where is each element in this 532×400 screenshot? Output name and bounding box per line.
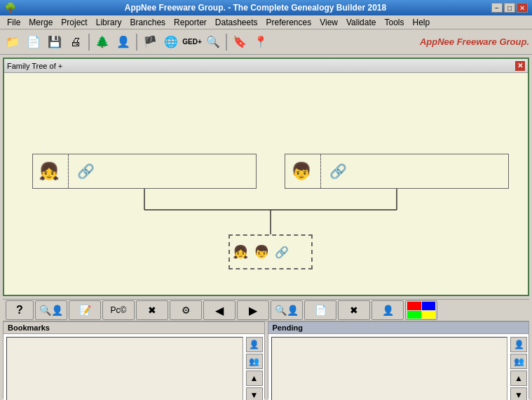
back-button[interactable]: ◀ (203, 300, 236, 320)
bookmarks-list (6, 337, 243, 400)
menu-project[interactable]: Project (57, 16, 91, 29)
search-person-button[interactable]: 🔍👤 (35, 300, 67, 320)
pending-buttons: 👤 👥 ▲ ▼ ✕ (509, 334, 528, 400)
app-icon: 🌳 (4, 2, 15, 13)
menu-reporter[interactable]: Reporter (170, 16, 211, 29)
menu-preferences[interactable]: Preferences (262, 16, 316, 29)
title-bar: 🌳 AppNee Freeware Group. - The Complete … (0, 0, 532, 15)
toolbar: 📁 📄 💾 🖨 🌲 👤 🏴 🌐 GED+ 🔍 🔖 📍 AppNee Freewa… (0, 29, 532, 55)
toolbar-ged-icon[interactable]: GED+ (182, 32, 202, 52)
close-button[interactable]: ✕ (517, 3, 528, 13)
toolbar-save-icon[interactable]: 💾 (45, 32, 64, 52)
window-title: AppNee Freeware Group. - The Complete Ge… (20, 3, 491, 13)
pending-header: Pending (268, 322, 529, 334)
menu-branches[interactable]: Branches (125, 16, 170, 29)
right-link-icon[interactable]: 🔗 (324, 160, 353, 182)
person-button[interactable]: 👤 (371, 300, 404, 320)
bookmark-add-person-btn[interactable]: 👤 (246, 337, 263, 352)
toolbar-separator-2 (136, 34, 137, 51)
search-button[interactable]: 🔍👤 (271, 300, 303, 320)
menu-library[interactable]: Library (92, 16, 126, 29)
toolbar-marker-icon[interactable]: 📍 (251, 32, 271, 52)
window-controls: − □ ✕ (491, 3, 528, 13)
toolbar-person-icon[interactable]: 👤 (114, 32, 133, 52)
toolbar-folder-icon[interactable]: 📁 (3, 32, 22, 52)
panel-close-button[interactable]: ✕ (515, 61, 525, 71)
nav-toolbar: ? 🔍👤 📝 Pc© ✖ ⚙ ◀ ▶ 🔍👤 📄 ✖ 👤 (3, 299, 529, 321)
pending-list (271, 337, 508, 400)
menu-tools[interactable]: Tools (380, 16, 408, 29)
bottom-panels: Bookmarks 👤 👥 ▲ ▼ ✕ Pending 👤 👥 (3, 321, 529, 399)
menu-file[interactable]: File (3, 16, 25, 29)
pending-add-person-btn[interactable]: 👤 (510, 337, 527, 352)
remove-button[interactable]: ✖ (338, 300, 370, 320)
left-box-divider (68, 154, 69, 188)
toolbar-separator-3 (226, 34, 227, 51)
flag-button[interactable] (405, 300, 437, 320)
tree-canvas: 👧 🔗 👦 🔗 👧 👦 🔗 (4, 73, 528, 295)
toolbar-print-icon[interactable]: 🖨 (66, 32, 86, 52)
toolbar-tree-icon[interactable]: 🌲 (93, 32, 112, 52)
minimize-button[interactable]: − (491, 3, 503, 13)
bookmarks-body: 👤 👥 ▲ ▼ ✕ (4, 334, 264, 400)
view-button[interactable]: 📄 (304, 300, 336, 320)
settings-button[interactable]: ⚙ (170, 300, 202, 320)
pending-body: 👤 👥 ▲ ▼ ✕ (268, 334, 529, 400)
bookmark-add-family-btn[interactable]: 👥 (246, 354, 263, 369)
edit-button[interactable]: 📝 (69, 300, 101, 320)
panel-title: Family Tree of + (7, 62, 62, 70)
toolbar-flag-icon[interactable]: 🏴 (140, 32, 160, 52)
child-family-box[interactable]: 👧 👦 🔗 (229, 234, 313, 269)
menu-view[interactable]: View (315, 16, 342, 29)
child-person2-icon: 👦 (251, 243, 272, 261)
toolbar-new-icon[interactable]: 📄 (24, 32, 43, 52)
child-person1-icon: 👧 (230, 243, 251, 261)
right-family-box[interactable]: 👦 🔗 (285, 154, 509, 189)
left-person-icon: 👧 (33, 159, 65, 184)
pending-down-btn[interactable]: ▼ (510, 387, 527, 400)
bookmarks-header: Bookmarks (4, 322, 264, 334)
forward-button[interactable]: ▶ (237, 300, 269, 320)
bookmark-up-btn[interactable]: ▲ (246, 371, 263, 386)
menu-merge[interactable]: Merge (25, 16, 57, 29)
left-family-box[interactable]: 👧 🔗 (32, 154, 257, 189)
edit-text-button[interactable]: Pc© (102, 300, 135, 320)
left-link-icon[interactable]: 🔗 (71, 160, 100, 182)
child-link-icon[interactable]: 🔗 (272, 244, 292, 260)
right-box-divider (320, 154, 321, 188)
menu-help[interactable]: Help (409, 16, 435, 29)
menu-bar: File Merge Project Library Branches Repo… (0, 15, 532, 29)
menu-validate[interactable]: Validate (342, 16, 380, 29)
delete-button[interactable]: ✖ (136, 300, 168, 320)
maximize-button[interactable]: □ (504, 3, 515, 13)
pending-add-family-btn[interactable]: 👥 (510, 354, 527, 369)
pending-up-btn[interactable]: ▲ (510, 371, 527, 386)
panel-title-bar: Family Tree of + ✕ (4, 59, 528, 73)
bookmarks-buttons: 👤 👥 ▲ ▼ ✕ (245, 334, 264, 400)
right-person-icon: 👦 (285, 159, 318, 184)
bookmarks-panel: Bookmarks 👤 👥 ▲ ▼ ✕ (3, 321, 265, 399)
toolbar-globe-icon[interactable]: 🌐 (161, 32, 181, 52)
toolbar-search-icon[interactable]: 🔍 (203, 32, 223, 52)
toolbar-bookmark-icon[interactable]: 🔖 (230, 32, 250, 52)
toolbar-separator-1 (88, 34, 90, 51)
bookmark-down-btn[interactable]: ▼ (246, 387, 263, 400)
help-button[interactable]: ? (6, 300, 34, 320)
family-tree-panel: Family Tree of + ✕ 👧 🔗 (3, 58, 529, 296)
pending-panel: Pending 👤 👥 ▲ ▼ ✕ (268, 321, 530, 399)
main-content: Family Tree of + ✕ 👧 🔗 (0, 55, 532, 400)
brand-label: AppNee Freeware Group. (420, 36, 529, 47)
menu-datasheets[interactable]: Datasheets (211, 16, 262, 29)
